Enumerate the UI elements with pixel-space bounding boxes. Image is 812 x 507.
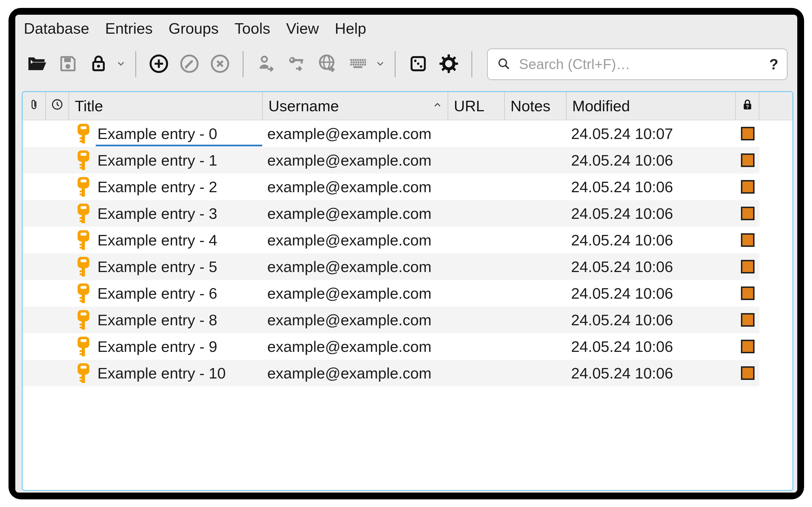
cell-title[interactable]: Example entry - 3	[69, 200, 263, 227]
cell-url[interactable]	[448, 174, 505, 200]
cell-username[interactable]: example@example.com	[263, 360, 448, 386]
column-header-expiration[interactable]	[46, 92, 69, 120]
cell-notes[interactable]	[505, 360, 567, 386]
cell-attachments[interactable]	[23, 253, 46, 280]
table-row[interactable]: Example entry - 5 example@example.com 24…	[23, 253, 793, 280]
table-row[interactable]: Example entry - 6 example@example.com 24…	[23, 280, 793, 306]
cell-title[interactable]: Example entry - 0	[69, 120, 263, 147]
cell-url[interactable]	[448, 120, 505, 147]
cell-expiration[interactable]	[46, 253, 69, 280]
open-database-button[interactable]	[26, 54, 48, 75]
cell-password-strength[interactable]	[736, 253, 759, 280]
cell-modified[interactable]: 24.05.24 10:06	[567, 227, 736, 253]
cell-attachments[interactable]	[23, 147, 46, 174]
cell-title[interactable]: Example entry - 10	[69, 360, 263, 386]
cell-password-strength[interactable]	[736, 280, 759, 306]
column-header-attachments[interactable]	[23, 92, 46, 120]
cell-password-strength[interactable]	[736, 227, 759, 253]
copy-username-button[interactable]	[255, 54, 277, 75]
cell-expiration[interactable]	[46, 120, 69, 147]
cell-url[interactable]	[448, 280, 505, 306]
cell-username[interactable]: example@example.com	[263, 174, 448, 200]
cell-username[interactable]: example@example.com	[263, 227, 448, 253]
column-header-password-strength[interactable]: ?	[736, 92, 759, 120]
table-row[interactable]: Example entry - 2 example@example.com 24…	[23, 174, 793, 200]
cell-password-strength[interactable]	[736, 360, 759, 386]
cell-password-strength[interactable]	[736, 174, 759, 200]
cell-attachments[interactable]	[23, 200, 46, 227]
cell-attachments[interactable]	[23, 360, 46, 386]
menu-item-entries[interactable]: Entries	[105, 21, 153, 36]
cell-notes[interactable]	[505, 120, 567, 147]
search-input[interactable]	[518, 56, 764, 73]
cell-url[interactable]	[448, 253, 505, 280]
cell-expiration[interactable]	[46, 280, 69, 306]
cell-attachments[interactable]	[23, 120, 46, 147]
cell-title[interactable]: Example entry - 2	[69, 174, 263, 200]
column-header-modified[interactable]: Modified	[567, 92, 736, 120]
cell-notes[interactable]	[505, 147, 567, 174]
table-row[interactable]: Example entry - 4 example@example.com 24…	[23, 227, 793, 253]
cell-attachments[interactable]	[23, 280, 46, 306]
cell-modified[interactable]: 24.05.24 10:06	[567, 253, 736, 280]
cell-attachments[interactable]	[23, 333, 46, 360]
cell-notes[interactable]	[505, 306, 567, 333]
cell-title[interactable]: Example entry - 9	[69, 333, 263, 360]
cell-modified[interactable]: 24.05.24 10:06	[567, 280, 736, 306]
table-row[interactable]: Example entry - 8 example@example.com 24…	[23, 306, 793, 333]
cell-modified[interactable]: 24.05.24 10:06	[567, 306, 736, 333]
cell-expiration[interactable]	[46, 227, 69, 253]
cell-notes[interactable]	[505, 280, 567, 306]
menu-item-groups[interactable]: Groups	[168, 21, 219, 36]
cell-username[interactable]: example@example.com	[263, 333, 448, 360]
autotype-button[interactable]	[347, 54, 369, 75]
cell-password-strength[interactable]	[736, 306, 759, 333]
cell-notes[interactable]	[505, 333, 567, 360]
menu-item-help[interactable]: Help	[335, 21, 366, 36]
column-header-username[interactable]: Username	[263, 92, 448, 120]
column-header-title[interactable]: Title	[69, 92, 263, 120]
new-entry-button[interactable]	[148, 54, 170, 75]
cell-username[interactable]: example@example.com	[263, 200, 448, 227]
cell-notes[interactable]	[505, 253, 567, 280]
cell-expiration[interactable]	[46, 306, 69, 333]
edit-entry-button[interactable]	[179, 54, 200, 75]
cell-expiration[interactable]	[46, 174, 69, 200]
menu-item-tools[interactable]: Tools	[234, 21, 270, 36]
column-header-url[interactable]: URL	[448, 92, 505, 120]
cell-modified[interactable]: 24.05.24 10:06	[567, 200, 736, 227]
cell-modified[interactable]: 24.05.24 10:06	[567, 333, 736, 360]
cell-expiration[interactable]	[46, 147, 69, 174]
table-row[interactable]: Example entry - 1 example@example.com 24…	[23, 147, 793, 174]
cell-notes[interactable]	[505, 227, 567, 253]
save-database-button[interactable]	[57, 54, 79, 75]
cell-title[interactable]: Example entry - 5	[69, 253, 263, 280]
cell-password-strength[interactable]	[736, 147, 759, 174]
cell-notes[interactable]	[505, 174, 567, 200]
cell-username[interactable]: example@example.com	[263, 253, 448, 280]
column-header-notes[interactable]: Notes	[505, 92, 567, 120]
cell-username[interactable]: example@example.com	[263, 280, 448, 306]
cell-username[interactable]: example@example.com	[263, 147, 448, 174]
cell-password-strength[interactable]	[736, 333, 759, 360]
cell-title[interactable]: Example entry - 1	[69, 147, 263, 174]
table-row[interactable]: Example entry - 0 example@example.com 24…	[23, 120, 793, 147]
cell-url[interactable]	[448, 306, 505, 333]
cell-attachments[interactable]	[23, 306, 46, 333]
table-row[interactable]: Example entry - 10 example@example.com 2…	[23, 360, 793, 386]
cell-url[interactable]	[448, 147, 505, 174]
search-help-button[interactable]: ?	[769, 56, 778, 73]
cell-modified[interactable]: 24.05.24 10:06	[567, 360, 736, 386]
cell-attachments[interactable]	[23, 227, 46, 253]
lock-database-button[interactable]	[88, 54, 109, 75]
cell-expiration[interactable]	[46, 333, 69, 360]
cell-notes[interactable]	[505, 200, 567, 227]
table-row[interactable]: Example entry - 3 example@example.com 24…	[23, 200, 793, 227]
cell-username[interactable]: example@example.com	[263, 306, 448, 333]
cell-title[interactable]: Example entry - 8	[69, 306, 263, 333]
cell-expiration[interactable]	[46, 360, 69, 386]
menu-item-database[interactable]: Database	[24, 21, 89, 36]
cell-url[interactable]	[448, 200, 505, 227]
cell-title[interactable]: Example entry - 4	[69, 227, 263, 253]
open-url-button[interactable]	[316, 54, 338, 75]
